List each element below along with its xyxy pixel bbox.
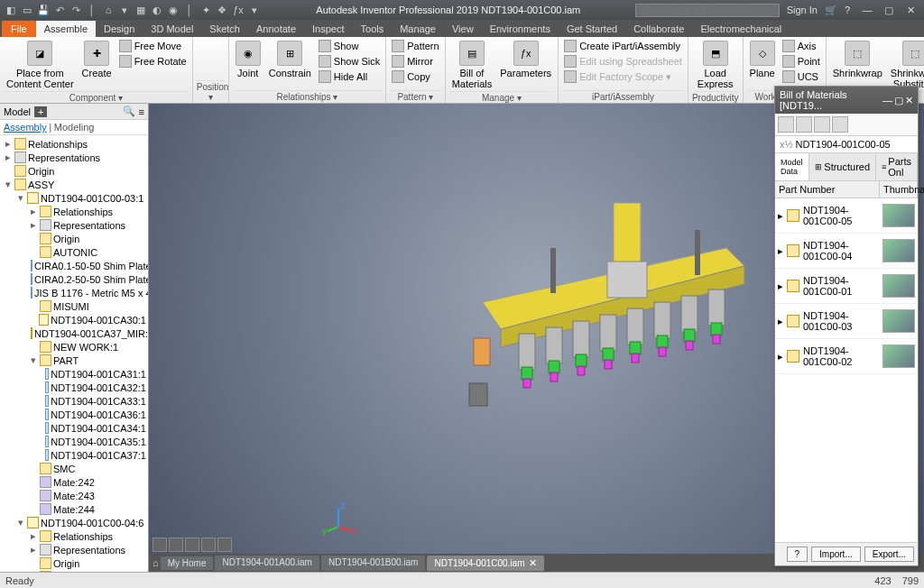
browser-add-tab[interactable]: + [34, 106, 47, 117]
bom-col-part[interactable]: Part Number [775, 181, 880, 198]
bom-tb4[interactable] [832, 116, 848, 133]
vp-tool4[interactable] [201, 537, 216, 552]
help-search[interactable] [635, 4, 780, 17]
home-icon[interactable]: ⌂ [101, 3, 116, 17]
tree-node[interactable]: ▾ASSY [0, 178, 148, 191]
fx-icon[interactable]: ƒx [231, 3, 245, 17]
free-move-button[interactable]: Free Move [117, 39, 189, 53]
qat-end[interactable]: ▾ [247, 3, 262, 17]
edit-factory-button[interactable]: Edit Factory Scope ▾ [562, 69, 684, 84]
file-tab[interactable]: File [2, 21, 36, 37]
browser-mode-assembly[interactable]: Assembly [4, 122, 47, 133]
bom-help-button[interactable]: ? [787, 547, 808, 562]
tree-node[interactable]: NDT1904-001CA34:1 [0, 421, 148, 435]
signin-button[interactable]: Sign In [787, 5, 818, 15]
tree-node[interactable]: ▾NDT1904-001C00-03:1 [0, 191, 148, 205]
cart-icon[interactable]: 🛒 [825, 5, 837, 16]
shrinkwrap-button[interactable]: ⬚Shrinkwrap [830, 39, 885, 80]
tree-node[interactable]: Mate:244 [0, 502, 148, 516]
tree-node[interactable]: MISUMI [0, 299, 148, 313]
tree-node[interactable]: NDT1904-001CA33:1 [0, 394, 148, 408]
tree-node[interactable]: NDT1904-001CA35:1 [0, 435, 148, 448]
tree-node[interactable]: JIS B 1176 - Metric M5 x 40:1 [0, 286, 148, 299]
bom-row[interactable]: ▸NDT1904-001C00-05 [775, 198, 918, 234]
bom-close[interactable]: ✕ [905, 95, 913, 106]
doctab[interactable]: NDT1904-001B00.iam [321, 556, 426, 571]
panel-position[interactable]: Position ▾ [197, 80, 225, 103]
doctab-home-icon[interactable]: ⌂ [152, 557, 159, 568]
bom-button[interactable]: ▤Bill of Materials [449, 39, 495, 91]
hide-all-button[interactable]: Hide All [317, 69, 382, 84]
appearance-icon[interactable]: ◉ [166, 3, 180, 17]
tree-node[interactable]: ▾PART [0, 354, 148, 367]
place-button[interactable]: ◪Place from Content Center [4, 39, 77, 91]
bom-window[interactable]: Bill of Materials [NDT19... —▢✕ x½ NDT19… [774, 86, 919, 566]
bom-row[interactable]: ▸NDT1904-001C00-02 [775, 339, 918, 374]
save-icon[interactable]: 💾 [36, 3, 51, 17]
panel-relationships[interactable]: Relationships ▾ [233, 90, 382, 103]
tree-node[interactable]: NDT1904-001CA36:1 [0, 408, 148, 421]
app-icon[interactable]: ◧ [4, 3, 18, 17]
ribbon-tab-manage[interactable]: Manage [392, 21, 444, 37]
bom-tb1[interactable] [778, 116, 794, 133]
create-button[interactable]: ✚Create [79, 39, 115, 80]
model-tree[interactable]: ▸Relationships▸RepresentationsOrigin▾ASS… [0, 135, 148, 572]
bom-tab-structured[interactable]: ⊞ Structured [809, 153, 876, 180]
bom-list[interactable]: ▸NDT1904-001C00-05▸NDT1904-001C00-04▸NDT… [775, 198, 918, 542]
tree-node[interactable]: CIRA0.1-50-50 Shim Plate (MISUM [0, 259, 148, 272]
tree-node[interactable]: ▸Relationships [0, 529, 148, 543]
parameters-button[interactable]: ƒxParameters [497, 39, 554, 80]
bom-tb2[interactable] [796, 116, 812, 133]
browser-search-icon[interactable]: 🔍 [123, 106, 135, 117]
tree-node[interactable]: AUTONIC [0, 245, 148, 259]
bom-tab-parts[interactable]: ≡ Parts Onl [876, 153, 918, 180]
ribbon-tab-view[interactable]: View [444, 21, 482, 37]
ribbon-tab-design[interactable]: Design [96, 21, 143, 37]
ribbon-tab-inspect[interactable]: Inspect [304, 21, 352, 37]
joint-button[interactable]: ◉Joint [233, 39, 263, 80]
tree-node[interactable]: NDT1904-001CA37:1 [0, 448, 148, 462]
tree-node[interactable]: NDT1904-001CA32:1 [0, 381, 148, 394]
point-button[interactable]: Point [781, 54, 822, 69]
pattern-button[interactable]: Pattern [390, 39, 440, 53]
show-button[interactable]: Show [317, 39, 382, 53]
tree-node[interactable]: NEW WORK:1 [0, 340, 148, 354]
shrinkwrap-sub-button[interactable]: ⬚Shrinkwrap Substitute [888, 39, 924, 91]
tree-node[interactable]: ▾NDT1904-001C00-04:6 [0, 516, 148, 529]
browser-menu-icon[interactable]: ≡ [139, 106, 144, 117]
bom-row[interactable]: ▸NDT1904-001C00-03 [775, 304, 918, 339]
bom-tab-model[interactable]: Model Data [775, 153, 809, 180]
minimize-button[interactable]: — [857, 3, 877, 17]
load-express-button[interactable]: ⬒Load Express [692, 39, 739, 91]
free-rotate-button[interactable]: Free Rotate [117, 54, 189, 69]
tree-node[interactable]: Origin [0, 556, 148, 570]
panel-pattern[interactable]: Pattern ▾ [390, 90, 440, 103]
qat-tool2[interactable]: ❖ [215, 3, 229, 17]
bom-max[interactable]: ▢ [894, 95, 903, 106]
help-icon[interactable]: ? [845, 5, 850, 15]
ribbon-tab-getstarted[interactable]: Get Started [559, 21, 625, 37]
vp-tool2[interactable] [169, 537, 183, 552]
vp-tool5[interactable] [217, 537, 232, 552]
tree-node[interactable]: CIRA0.2-50-50 Shim Plate (MISUM [0, 272, 148, 286]
undo-icon[interactable]: ↶ [52, 3, 67, 17]
ribbon-tab-assemble[interactable]: Assemble [36, 21, 96, 37]
select-icon[interactable]: ▦ [134, 3, 148, 17]
doctab[interactable]: NDT1904-001C00.iam✕ [427, 556, 543, 571]
bom-min[interactable]: — [882, 95, 892, 106]
maximize-button[interactable]: ▢ [879, 3, 899, 17]
tree-node[interactable]: NDT1904-001CA30:1 [0, 313, 148, 326]
create-ipart-button[interactable]: Create iPart/iAssembly [562, 39, 684, 53]
qat-more[interactable]: ▾ [117, 3, 132, 17]
mirror-button[interactable]: Mirror [390, 54, 440, 69]
redo-icon[interactable]: ↷ [69, 3, 83, 17]
tree-node[interactable]: NDT1904-001CA37_MIR:1 [0, 326, 148, 340]
constrain-button[interactable]: ⊞Constrain [266, 39, 314, 80]
show-sick-button[interactable]: Show Sick [317, 54, 382, 69]
ribbon-tab-environments[interactable]: Environments [482, 21, 559, 37]
doctab-home[interactable]: My Home [161, 556, 214, 570]
tree-node[interactable]: Origin [0, 232, 148, 245]
bom-export-button[interactable]: Export... [864, 547, 914, 562]
material-icon[interactable]: ◐ [150, 3, 164, 17]
vp-tool1[interactable] [152, 537, 167, 552]
